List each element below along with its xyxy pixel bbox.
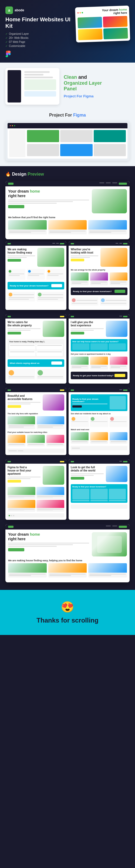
dhl-cta-btn[interactable] [8, 205, 24, 208]
lpp-testimonial [71, 297, 98, 306]
lpp-card-line [111, 367, 120, 368]
lpp-dark-cta-btn[interactable] [114, 374, 125, 377]
lpp-teal-hero: Ready to find your dream hometown? [71, 394, 128, 411]
dhl-line [8, 203, 57, 204]
dhl-card-line [89, 575, 111, 576]
person-cards [7, 369, 64, 379]
page-preview-7: Ready to find your dream hometown? See w… [69, 388, 130, 455]
dhl-card-img [48, 220, 87, 229]
lpp-line [7, 402, 40, 403]
lpp-cards-row [71, 356, 128, 370]
dhl-cta-btn[interactable] [8, 548, 24, 551]
listing-img [7, 500, 35, 508]
nav-btn [119, 526, 127, 528]
teal-hero-line [72, 404, 107, 404]
resident-card [71, 416, 89, 427]
teal-hero-btn[interactable] [72, 405, 82, 408]
lpp-card-line [9, 427, 24, 428]
lpp-yellow-btn[interactable] [7, 480, 21, 483]
resident-line [110, 421, 127, 422]
two-col-previews-row2: We're caters forthe whole property Your … [5, 314, 130, 386]
lpp-card [90, 432, 108, 444]
preview-images [78, 16, 128, 40]
lpp-yellow-btn[interactable] [7, 405, 21, 408]
teal-card [72, 343, 89, 350]
dhl-line [8, 543, 89, 544]
lpp-yellow-btn[interactable] [71, 259, 84, 261]
lpp-card-line [72, 282, 87, 282]
lpp-dark-title: Ready to find your dream hometown? [73, 290, 112, 293]
listing-card [7, 500, 35, 512]
benefit-item [36, 351, 63, 356]
nav-link [106, 183, 111, 183]
lpp-teal-btn[interactable] [51, 362, 62, 365]
nav-btn [123, 316, 128, 317]
lpp-card-line [111, 441, 126, 442]
lpp-card-line [9, 425, 34, 426]
nav-link [119, 243, 122, 244]
dot-red [77, 12, 79, 13]
lpp-section-title: Get your room or apartment booked in 1 d… [71, 353, 128, 355]
lpp-card-img [110, 356, 128, 365]
dhl-cards-row [8, 563, 127, 578]
lpp-line [71, 257, 90, 258]
avatar [38, 293, 42, 297]
dhl-card-1 [8, 563, 47, 578]
page-preview-final-large: Your dream homeright here We are making … [5, 524, 130, 582]
lpp-cta-btn[interactable] [7, 259, 21, 261]
teal-hero-img [110, 396, 126, 409]
nav-links-small [119, 316, 128, 317]
preview-img-4 [103, 28, 128, 39]
lpp-hero: We are makinghouse finding easy [7, 248, 64, 267]
benefit-item [36, 344, 63, 349]
avatar [72, 298, 76, 302]
project-figma-text: Project For Figma [64, 94, 130, 98]
lpp-line [72, 303, 97, 304]
teal-img [109, 489, 126, 500]
dhl-hero: Your dream homeright here [8, 532, 127, 556]
lpp-section: Get your room or apartment booked in 1 d… [71, 353, 128, 370]
lpp-cta-btn[interactable] [71, 477, 84, 479]
lpp-card-body [90, 440, 108, 444]
lpp-teal-cta-btn[interactable] [51, 284, 62, 287]
person-card [7, 369, 35, 379]
pagination-dot [11, 515, 12, 516]
lpp-card [110, 432, 128, 444]
dhl-card-img [88, 563, 127, 572]
lpp-body: Ready to find your dream hometown? See w… [69, 392, 130, 452]
lpp-pagination [7, 513, 64, 518]
feature-icon [9, 270, 11, 273]
lpp-cta-btn[interactable] [71, 332, 84, 335]
lpp-dark-cta-btn[interactable] [114, 290, 125, 293]
nav-links-small [60, 390, 64, 391]
listing-line [8, 496, 34, 497]
nav-btn [60, 243, 64, 244]
benefit-line [37, 345, 62, 346]
lpp-card-line [91, 366, 107, 367]
teal-img [90, 489, 107, 500]
teal-card [109, 343, 126, 350]
dhl-card-body [48, 229, 87, 235]
dhl-card-3 [88, 220, 127, 235]
lpp-card-body [110, 365, 128, 370]
preview-img-1 [78, 17, 102, 28]
lpp-line [71, 473, 104, 474]
lpp-card-line [91, 283, 101, 284]
lpp-section-title: Find your suitable house for matching ci… [7, 431, 64, 433]
lpp-testimonials [7, 291, 64, 302]
nav-btn [123, 461, 128, 462]
lpp-card-line [72, 366, 87, 367]
lpp-body: Look to get the fulldetails of the world… [69, 464, 130, 511]
listing-line [37, 510, 53, 511]
lpp-cards-row [7, 435, 64, 446]
dhl-line [8, 201, 73, 202]
dhl-card-line [89, 574, 126, 575]
teal-line [90, 500, 107, 501]
nav-btn [60, 390, 64, 391]
lpp-cta-btn[interactable] [7, 332, 21, 335]
lpp-section-title: The best city lives with reputation [7, 413, 64, 414]
hero-preview-card: Your dream homeright here [75, 6, 130, 42]
design-preview-title: 🔥 Design Preview [5, 172, 130, 177]
lpp-hero: Figma to find ahouse or find yourapartme… [7, 466, 64, 485]
two-col-previews-row3: Beautiful andaccessible features The bes… [5, 388, 130, 457]
